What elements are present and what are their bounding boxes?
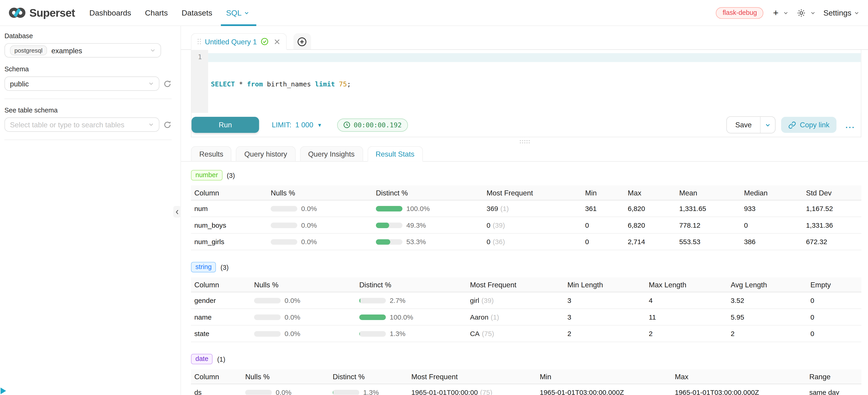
schema-select[interactable]: public [4,77,159,91]
add-query-tab-button[interactable] [293,33,311,50]
sidebar-divider [4,98,172,99]
limit-dropdown[interactable]: LIMIT: 1 000 ▼ [272,121,322,129]
sql-token: 75 [335,80,347,88]
cell-value: 386 [744,238,806,245]
cell-value: 933 [744,205,806,212]
theme-chevron-down-icon[interactable] [811,10,816,15]
column-header: Column [194,280,254,289]
sql-token: from [247,80,263,88]
cell-value: 0 [585,221,628,229]
cell-distinct-pct: 53.3% [376,238,487,245]
sidebar-collapse-button[interactable] [173,206,181,218]
database-select[interactable]: postgresql examples [4,43,161,58]
cell-distinct-pct: 1.3% [333,388,411,395]
column-count: (3) [227,172,235,179]
cell-value: 1,331.65 [679,205,744,212]
column-type-badge[interactable]: date [191,354,213,364]
column-header: Min [585,189,628,197]
cell-value: 5.95 [731,313,810,321]
column-header: Range [809,372,861,381]
more-actions-button[interactable]: ... [845,121,855,129]
nav-item-datasets[interactable]: Datasets [182,0,212,25]
sql-token: SELECT [211,80,235,88]
cell-most-frequent: 369(1) [487,205,585,212]
cell-value: 778.12 [679,221,744,229]
limit-label: LIMIT: [272,121,291,129]
nav-item-charts[interactable]: Charts [145,0,168,25]
distinct-pct-bar [376,222,402,228]
column-header: Distinct % [359,280,470,289]
cell-value: 0 [744,221,806,229]
new-item-button[interactable]: + [773,8,779,18]
nav-item-label: Datasets [182,8,212,17]
column-header: Min [540,372,675,381]
nulls-pct-bar [254,314,281,320]
table-select[interactable]: Select table or type to search tables [4,118,159,132]
nulls-pct-bar [254,331,281,336]
cell-value: 3 [567,297,649,304]
cell-distinct-pct: 49.3% [376,221,487,229]
cell-most-frequent: 1965-01-01T00:00:00(75) [411,388,540,395]
column-type-badge[interactable]: string [191,262,216,272]
tab-result-stats[interactable]: Result Stats [367,146,423,162]
nulls-pct-bar [245,390,272,395]
sql-editor: 1 SELECT * from birth_names limit 75; Ru… [191,50,861,138]
elapsed-time-value: 00:00:00.192 [353,121,402,129]
tab-query-insights[interactable]: Query Insights [300,146,363,162]
editor-code-area[interactable]: SELECT * from birth_names limit 75; [208,50,861,113]
column-header: Most Frequent [487,189,585,197]
results-tab-bar: ResultsQuery historyQuery InsightsResult… [181,146,868,162]
column-header: Most Frequent [411,372,540,381]
pointer-cursor-artifact [0,388,6,394]
cell-column-name: name [194,313,254,321]
column-type-badge[interactable]: number [191,170,222,181]
chevron-down-icon [149,81,154,86]
cell-value: 3 [567,313,649,321]
stats-table: ColumnNulls %Distinct %Most FrequentMinM… [191,185,861,250]
close-tab-icon[interactable] [274,38,280,44]
tab-query-history[interactable]: Query history [236,146,296,162]
distinct-pct-bar [376,206,402,211]
sql-token: ; [347,80,351,88]
cell-column-name: num [194,205,271,212]
run-button[interactable]: Run [191,117,259,133]
sql-code-editor[interactable]: 1 SELECT * from birth_names limit 75; [191,50,861,113]
nav-item-label: Dashboards [89,8,131,17]
save-button[interactable]: Save [727,117,760,133]
new-item-chevron-down-icon[interactable] [783,10,788,15]
copy-link-button[interactable]: Copy link [781,117,836,133]
cell-column-name: ds [194,388,245,395]
refresh-tables-icon[interactable] [163,120,172,129]
nav-items: DashboardsChartsDatasetsSQL [89,0,263,25]
drag-handle-icon[interactable] [198,39,201,44]
resize-dots-icon [520,140,530,144]
theme-sun-icon[interactable] [797,9,806,17]
settings-menu[interactable]: Settings [824,8,859,17]
query-tab-strip: Untitled Query 1 [181,33,868,50]
distinct-pct-bar [359,331,386,336]
save-options-button[interactable] [760,117,775,133]
sql-token: birth_names [263,80,315,88]
database-engine-tag: postgresql [10,45,47,56]
refresh-schemas-icon[interactable] [163,80,172,88]
cell-value: 1,167.52 [806,205,861,212]
table-row: gender0.0%2.7%girl(39)343.520 [191,292,861,309]
column-header: Column [194,372,245,381]
cell-distinct-pct: 100.0% [359,313,470,321]
nav-item-dashboards[interactable]: Dashboards [89,0,131,25]
column-header: Most Frequent [470,280,567,289]
cell-value: 0 [810,313,861,321]
query-tab-untitled-query-1[interactable]: Untitled Query 1 [191,33,287,50]
table-schema-label: See table schema [4,106,172,114]
tab-results[interactable]: Results [191,146,232,162]
query-success-check-icon [261,38,269,45]
top-navbar: Superset DashboardsChartsDatasetsSQL fla… [0,0,868,26]
navbar-right: flask-debug + Settings [716,7,859,19]
stats-table: ColumnNulls %Distinct %Most FrequentMin … [191,277,861,342]
nav-item-sql[interactable]: SQL [226,0,249,25]
cell-most-frequent: CA(75) [470,330,567,337]
superset-brand[interactable]: Superset [9,5,75,20]
panel-resize-handle[interactable] [181,138,868,146]
column-header: Mean [679,189,744,197]
stats-table: ColumnNulls %Distinct %Most FrequentMinM… [191,369,861,395]
